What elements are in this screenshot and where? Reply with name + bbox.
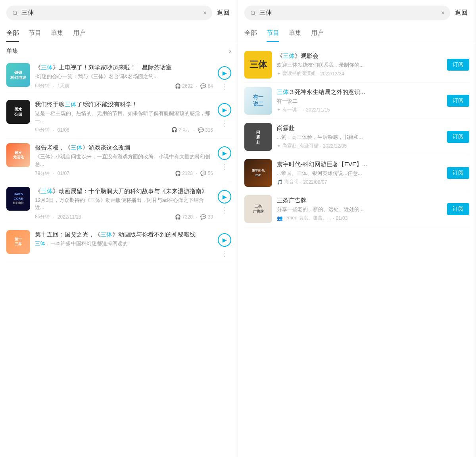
- episode-item: 黑水公园 我们终于聊三体了!我们不能没有科学！ 这是一档主观的、热情的、无用的节…: [6, 95, 231, 138]
- episode-desc-3: 《三体》小说自问世以来，一直没有游戏方面的改编。小说中有大量的科幻创意...: [35, 153, 213, 167]
- left-section-more[interactable]: ›: [229, 47, 231, 55]
- time-1: 1天前: [58, 83, 70, 89]
- episode-desc-1: -幻迷的会心一笑：我与《三体》名台词&名场面之约...: [35, 73, 213, 80]
- dot-p3: ·: [320, 143, 321, 149]
- subscribe-button-4[interactable]: 订阅: [447, 167, 469, 179]
- play-button-3[interactable]: ▶: [218, 146, 231, 160]
- more-button-2[interactable]: ⋮: [221, 120, 228, 127]
- dot2-1: ·: [196, 83, 197, 89]
- dot-p1: ·: [317, 71, 319, 77]
- search-icon-right: [250, 10, 256, 16]
- highlight: 三体: [297, 134, 307, 140]
- episode-desc-4: 12月3日，万众期待的《三体》动画版便将播出，阿甘与ad在心痒之下结合近...: [35, 197, 213, 211]
- right-search-bar: 三体 × 返回: [238, 0, 476, 26]
- subscribe-button-5[interactable]: 订阅: [447, 203, 469, 215]
- duration-4: 85分钟: [35, 213, 50, 220]
- comments-4: 💬 33: [200, 214, 213, 220]
- left-search-text[interactable]: 三体: [21, 9, 200, 17]
- episode-thumb-4: HARDCORE科幻电波: [6, 187, 30, 211]
- duration-1: 63分钟: [35, 83, 50, 89]
- comments-1: 💬 84: [200, 83, 213, 89]
- left-search-input-wrapper[interactable]: 三体 ×: [6, 6, 212, 20]
- date-1: 2022/12/24: [320, 71, 344, 77]
- more-button-4[interactable]: ⋮: [221, 207, 228, 214]
- left-episode-list: 钱钱科幻电波 《三体》上电视了！刘学家吵起来啦！｜星际茶话室 -幻迷的会心一笑：…: [0, 58, 238, 262]
- play-button-1[interactable]: ▶: [218, 66, 231, 80]
- program-meta-2: ✦ 有一说二 · 2022/11/15: [277, 106, 442, 113]
- more-button-5[interactable]: ⋮: [221, 250, 228, 257]
- left-back-button[interactable]: 返回: [215, 9, 231, 17]
- right-search-input-wrapper[interactable]: 三体 ×: [244, 6, 450, 20]
- episode-desc-2: 这是一档主观的、热情的、无用的节目。如果你听了偶有醍醐灌顶的感觉，那一...: [35, 110, 213, 124]
- more-button-3[interactable]: ⋮: [221, 163, 228, 170]
- episode-title-1: 《三体》上电视了！刘学家吵起来啦！｜星际茶话室: [35, 63, 213, 71]
- author-3: 尚霖赴_有迹可循: [282, 142, 319, 149]
- program-item: 尚霖赴 尚霖赴 ...粥，高三体验，生活杂感，书籍和... ✦ 尚霖赴_有迹可循…: [244, 119, 469, 155]
- program-content-3: 尚霖赴 ...粥，高三体验，生活杂感，书籍和... ✦ 尚霖赴_有迹可循 · 2…: [277, 125, 442, 149]
- episode-item: 第十三界 第十五回：国货之光，《三体》动画版与你看不到的神秘暗线 三体，一本许多…: [6, 225, 231, 262]
- program-content-5: 三条广告牌 分享一些老的、新的、远处、近处的... 👥 lemon 袁袁、咖蕾、…: [277, 197, 442, 221]
- program-meta-3: ✦ 尚霖赴_有迹可循 · 2022/12/05: [277, 142, 442, 149]
- program-desc-2: 有一说二: [277, 98, 442, 105]
- right-tab-episodes[interactable]: 单集: [289, 29, 301, 42]
- author-icon-5: 👥: [277, 215, 283, 221]
- subscribe-button-1[interactable]: 订阅: [447, 59, 469, 71]
- program-meta-1: ✦ 爱读书的潇潇姐 · 2022/12/24: [277, 70, 442, 77]
- highlight: 三体: [100, 231, 112, 238]
- episode-desc-5: 三体，一本许多中国科幻迷都追捧阅读的: [35, 240, 213, 247]
- right-clear-button[interactable]: ×: [441, 10, 445, 17]
- program-item: 三体 《三体》观影会 欢迎三体发烧友们联系我，录制你的... ✦ 爱读书的潇潇姐…: [244, 47, 469, 83]
- dot-p4: ·: [300, 179, 301, 185]
- highlight: 三体: [65, 101, 77, 108]
- left-tab-programs[interactable]: 节目: [29, 29, 41, 42]
- highlight: 三体: [41, 188, 53, 194]
- program-content-2: 三体３死神永生结局之外的意识... 有一说二 ✦ 有一说二 · 2022/11/…: [277, 88, 442, 113]
- subscribe-button-3[interactable]: 订阅: [447, 131, 469, 143]
- highlight: 三体: [283, 52, 295, 59]
- episode-thumb-2: 黑水公园: [6, 100, 30, 124]
- author-icon-4: 🎵: [277, 179, 283, 185]
- left-tab-episodes[interactable]: 单集: [51, 29, 63, 42]
- episode-content-3: 报告老板，《三体》游戏该这么改编 《三体》小说自问世以来，一直没有游戏方面的改编…: [35, 143, 213, 177]
- episode-content-5: 第十五回：国货之光，《三体》动画版与你看不到的神秘暗线 三体，一本许多中国科幻迷…: [35, 230, 213, 250]
- highlight: 三体: [277, 88, 289, 95]
- program-thumb-3: 尚霖赴: [244, 123, 272, 151]
- more-button-1[interactable]: ⋮: [221, 83, 228, 90]
- episode-meta-4: 85分钟 · 2022/11/28 🎧 7320 · 💬 33: [35, 213, 213, 220]
- program-title-5: 三条广告牌: [277, 197, 442, 204]
- right-tab-users[interactable]: 用户: [311, 29, 324, 42]
- episode-title-3: 报告老板，《三体》游戏该这么改编: [35, 143, 213, 152]
- episode-thumb-5: 第十三界: [6, 230, 30, 254]
- left-tab-users[interactable]: 用户: [73, 29, 86, 42]
- right-back-button[interactable]: 返回: [453, 9, 469, 17]
- search-icon: [12, 10, 18, 16]
- program-item: 寰宇时代EVE 寰宇时代-科幻网游巨著【EVE】... ...帝国、三体、银河英…: [244, 155, 469, 191]
- left-clear-button[interactable]: ×: [203, 10, 207, 17]
- program-thumb-2: 有一说二: [244, 87, 272, 115]
- subscribe-button-2[interactable]: 订阅: [447, 95, 469, 107]
- play-button-5[interactable]: ▶: [218, 233, 231, 247]
- left-tab-all[interactable]: 全部: [6, 29, 19, 42]
- right-program-list: 三体 《三体》观影会 欢迎三体发烧友们联系我，录制你的... ✦ 爱读书的潇潇姐…: [238, 42, 476, 232]
- right-tab-programs[interactable]: 节目: [267, 29, 279, 42]
- play-button-2[interactable]: ▶: [218, 103, 231, 117]
- program-desc-4: ...帝国、三体、银河英雄传说...任意...: [277, 170, 442, 177]
- episode-title-2: 我们终于聊三体了!我们不能没有科学！: [35, 100, 213, 108]
- dot-p5: ·: [333, 215, 334, 221]
- highlight: 三体: [287, 62, 298, 68]
- episode-actions-3: ▶ ⋮: [218, 143, 231, 170]
- left-section-header: 单集 ›: [0, 42, 238, 58]
- episode-actions-1: ▶ ⋮: [218, 63, 231, 90]
- author-1: 爱读书的潇潇姐: [282, 70, 316, 77]
- play-button-4[interactable]: ▶: [218, 190, 231, 204]
- right-search-text[interactable]: 三体: [259, 9, 438, 17]
- episode-meta-3: 79分钟 · 01/07 🎧 2123 · 💬 56: [35, 170, 213, 177]
- date-3: 2022/12/05: [323, 143, 347, 149]
- comments-3: 💬 56: [200, 171, 213, 176]
- episode-actions-2: ▶ ⋮: [218, 100, 231, 127]
- program-title-3: 尚霖赴: [277, 125, 442, 132]
- dot2-4: ·: [196, 214, 197, 220]
- right-tab-all[interactable]: 全部: [244, 29, 257, 42]
- dot2-2: ·: [193, 127, 194, 133]
- episode-title-4: 《三体》动画展望：十个脑洞大开的科幻故事与《未来漫游指南》: [35, 187, 213, 195]
